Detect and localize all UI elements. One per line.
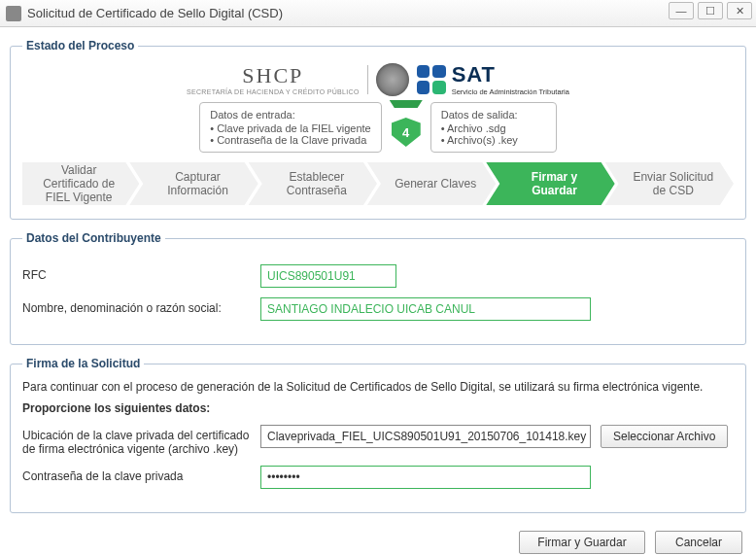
shield-icon: 4 bbox=[392, 118, 421, 147]
step-generar[interactable]: Generar Claves bbox=[367, 162, 496, 205]
browse-key-button[interactable]: Seleccionar Archivo bbox=[601, 425, 728, 448]
close-button[interactable]: ✕ bbox=[727, 2, 752, 19]
datos-contribuyente-group: Datos del Contribuyente RFC UICS890501U9… bbox=[10, 231, 746, 345]
rfc-label: RFC bbox=[22, 264, 251, 282]
wizard-steps: Validar Certificado de FIEL Vigente Capt… bbox=[22, 162, 734, 205]
io-row: Datos de entrada: • Clave privada de la … bbox=[22, 102, 734, 153]
firmar-guardar-button[interactable]: Firmar y Guardar bbox=[519, 531, 645, 554]
nombre-label: Nombre, denominación o razón social: bbox=[22, 297, 251, 315]
key-path-value: Claveprivada_FIEL_UICS890501U91_20150706… bbox=[260, 425, 591, 448]
input-data-box: Datos de entrada: • Clave privada de la … bbox=[199, 102, 381, 153]
nombre-value: SANTIAGO INDALECIO UICAB CANUL bbox=[260, 297, 591, 321]
sat-logo: SAT Servicio de Administración Tributari… bbox=[417, 62, 569, 96]
national-seal-icon bbox=[376, 63, 409, 96]
step-validar[interactable]: Validar Certificado de FIEL Vigente bbox=[22, 162, 139, 205]
datos-contribuyente-legend: Datos del Contribuyente bbox=[22, 231, 165, 245]
cancelar-button[interactable]: Cancelar bbox=[655, 531, 742, 554]
firma-intro: Para continuar con el proceso de generac… bbox=[22, 380, 734, 394]
step-capturar[interactable]: Capturar Información bbox=[129, 162, 258, 205]
app-icon bbox=[6, 6, 21, 21]
maximize-button[interactable]: ☐ bbox=[698, 2, 723, 19]
logo-divider bbox=[367, 65, 368, 94]
rfc-value: UICS890501U91 bbox=[260, 264, 396, 288]
key-path-label: Ubicación de la clave privada del certif… bbox=[22, 425, 251, 456]
logos-row: SHCP SECRETARÍA DE HACIENDA Y CRÉDITO PÚ… bbox=[22, 62, 734, 96]
step-enviar[interactable]: Enviar Solicitud de CSD bbox=[605, 162, 734, 205]
output-data-box: Datos de salida: • Archivo .sdg • Archiv… bbox=[430, 102, 557, 153]
proporcione-label: Proporcione los siguientes datos: bbox=[22, 401, 734, 415]
step-contrasena[interactable]: Establecer Contraseña bbox=[249, 162, 377, 205]
step-firmar[interactable]: Firmar y Guardar bbox=[486, 162, 614, 205]
estado-proceso-group: Estado del Proceso SHCP SECRETARÍA DE HA… bbox=[10, 39, 746, 220]
password-input[interactable] bbox=[260, 466, 591, 489]
firma-solicitud-group: Firma de la Solicitud Para continuar con… bbox=[10, 357, 746, 513]
title-bar: Solicitud de Certificado de Sello Digita… bbox=[0, 0, 756, 27]
shcp-logo: SHCP SECRETARÍA DE HACIENDA Y CRÉDITO PÚ… bbox=[187, 63, 360, 95]
estado-proceso-legend: Estado del Proceso bbox=[22, 39, 138, 52]
footer-buttons: Firmar y Guardar Cancelar bbox=[10, 525, 746, 554]
sat-squares-icon bbox=[417, 65, 446, 94]
password-label: Contraseña de la clave privada bbox=[22, 466, 251, 483]
firma-solicitud-legend: Firma de la Solicitud bbox=[22, 357, 144, 370]
minimize-button[interactable]: — bbox=[669, 2, 694, 19]
step-badge: 4 bbox=[390, 102, 423, 153]
window-title: Solicitud de Certificado de Sello Digita… bbox=[27, 6, 283, 20]
